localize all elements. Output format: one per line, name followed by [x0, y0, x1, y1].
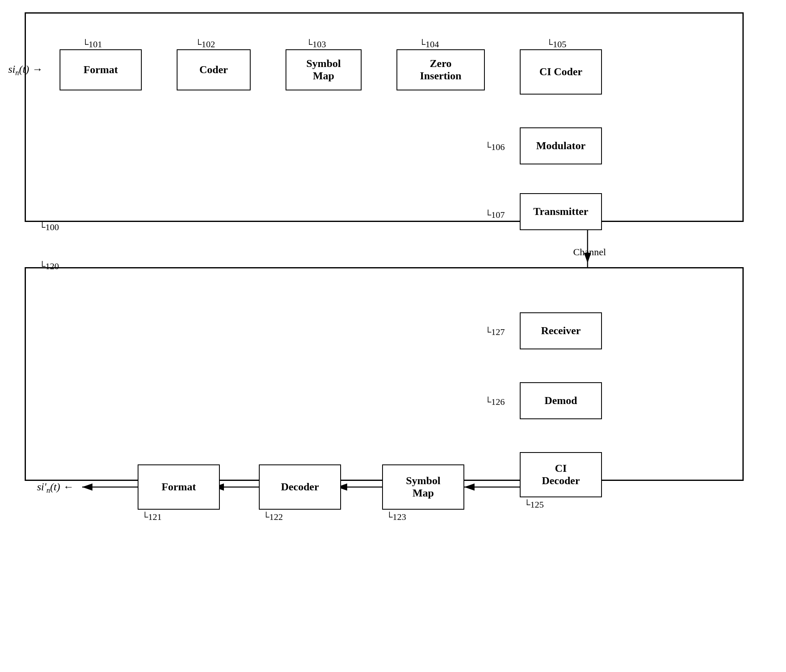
box-102: Coder — [177, 49, 251, 90]
output-signal-label: si'n(t) ← — [37, 481, 74, 495]
box-107: Transmitter — [520, 193, 602, 230]
box-106: Modulator — [520, 127, 602, 164]
box-103-label: Symbol Map — [307, 58, 341, 82]
box-102-label: Coder — [199, 64, 228, 76]
box-121: Format — [138, 464, 220, 510]
ref-100: └100 — [39, 222, 59, 233]
ref-126: └126 — [485, 397, 505, 407]
box-101: Format — [60, 49, 142, 90]
box-126: Demod — [520, 382, 602, 419]
box-123: Symbol Map — [382, 464, 464, 510]
ref-120: └120 — [39, 261, 59, 272]
ref-107: └107 — [485, 210, 505, 220]
box-127: Receiver — [520, 312, 602, 349]
block-120 — [25, 267, 744, 481]
box-121-label: Format — [161, 481, 196, 493]
box-122-label: Decoder — [281, 481, 319, 493]
box-107-label: Transmitter — [533, 206, 588, 218]
channel-label: Channel — [573, 247, 606, 258]
box-125-label: CI Decoder — [542, 462, 580, 487]
box-126-label: Demod — [544, 395, 577, 407]
box-122: Decoder — [259, 464, 341, 510]
ref-125: └125 — [524, 499, 544, 510]
block-100 — [25, 12, 744, 222]
box-104: Zero Insertion — [396, 49, 485, 90]
box-104-label: Zero Insertion — [420, 58, 461, 82]
ref-106: └106 — [485, 142, 505, 152]
ref-103: └103 — [306, 39, 326, 50]
box-127-label: Receiver — [541, 325, 581, 337]
box-123-label: Symbol Map — [406, 475, 440, 499]
ref-121: └121 — [142, 512, 162, 522]
box-105-label: CI Coder — [539, 66, 583, 78]
box-125: CI Decoder — [520, 452, 602, 497]
input-signal-label: sin(t) → — [8, 63, 42, 77]
box-101-label: Format — [83, 64, 118, 76]
ref-104: └104 — [419, 39, 439, 50]
box-103: Symbol Map — [286, 49, 362, 90]
ref-122: └122 — [263, 512, 283, 522]
ref-123: └123 — [386, 512, 406, 522]
ref-105: └105 — [546, 39, 567, 50]
ref-102: └102 — [195, 39, 215, 50]
ref-127: └127 — [485, 327, 505, 337]
ref-101: └101 — [82, 39, 102, 50]
box-106-label: Modulator — [536, 140, 585, 152]
box-105: CI Coder — [520, 49, 602, 95]
